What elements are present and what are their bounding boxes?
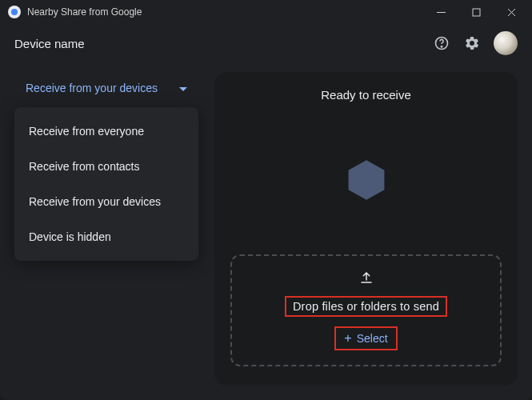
window-controls: [423, 0, 529, 24]
close-button[interactable]: [494, 0, 529, 24]
option-hidden[interactable]: Device is hidden: [14, 219, 198, 254]
receive-panel: Ready to receive Drop files or folders t…: [214, 72, 518, 386]
select-button[interactable]: + Select: [334, 326, 397, 350]
hexagon-icon: [344, 158, 389, 202]
svg-marker-6: [348, 160, 384, 199]
app-window: Nearby Share from Google Device name: [0, 0, 532, 400]
device-name-label: Device name: [14, 37, 433, 50]
plus-icon: +: [344, 331, 351, 346]
visibility-dropdown-trigger[interactable]: Receive from your devices: [14, 72, 198, 104]
option-label: Device is hidden: [29, 230, 111, 243]
gear-icon[interactable]: [463, 34, 481, 52]
maximize-button[interactable]: [458, 0, 494, 24]
content: Receive from your devices Receive from e…: [0, 62, 532, 400]
minimize-button[interactable]: [423, 0, 458, 24]
option-label: Receive from your devices: [29, 195, 161, 208]
chevron-down-icon: [179, 82, 187, 94]
option-label: Receive from contacts: [29, 160, 140, 173]
dropzone[interactable]: Drop files or folders to send + Select: [230, 254, 502, 366]
select-label: Select: [357, 332, 388, 345]
visibility-dropdown-menu: Receive from everyone Receive from conta…: [14, 107, 198, 261]
svg-point-5: [441, 46, 442, 47]
avatar[interactable]: [494, 31, 518, 55]
titlebar: Nearby Share from Google: [0, 0, 532, 24]
option-contacts[interactable]: Receive from contacts: [14, 149, 198, 184]
dropdown-trigger-label: Receive from your devices: [26, 82, 158, 94]
header: Device name: [0, 24, 532, 62]
option-your-devices[interactable]: Receive from your devices: [14, 184, 198, 219]
upload-icon: [359, 270, 374, 288]
device-indicator: [344, 142, 389, 254]
help-icon[interactable]: [433, 34, 450, 52]
option-label: Receive from everyone: [29, 125, 144, 138]
header-actions: [433, 31, 518, 55]
svg-rect-1: [473, 9, 480, 16]
option-everyone[interactable]: Receive from everyone: [14, 114, 198, 149]
app-icon: [8, 6, 21, 18]
visibility-panel: Receive from your devices Receive from e…: [14, 72, 198, 386]
dropzone-text: Drop files or folders to send: [285, 296, 447, 317]
receive-title: Ready to receive: [321, 88, 411, 102]
titlebar-title: Nearby Share from Google: [27, 6, 423, 18]
